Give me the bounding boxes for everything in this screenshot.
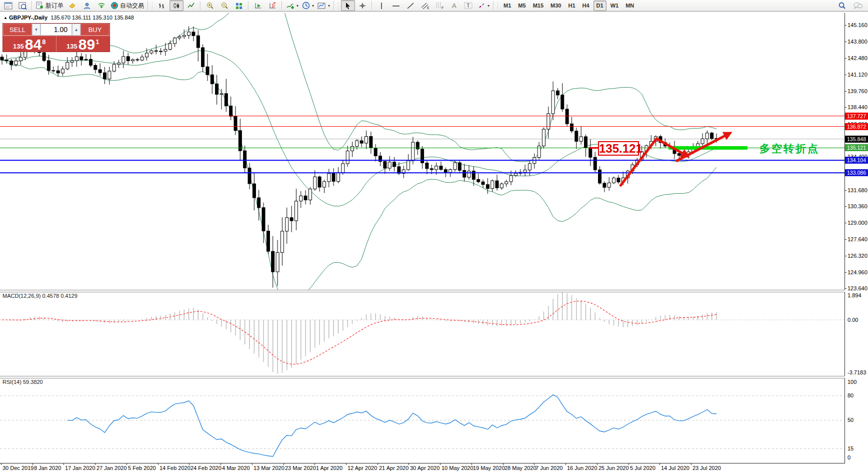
candlestick-chart-type-button[interactable]: [170, 0, 184, 11]
green-highlight-bar[interactable]: [668, 146, 748, 150]
search-icon[interactable]: [835, 0, 849, 11]
timeframe-bar: M1M5M15M30H1H4D1W1MN: [500, 1, 637, 11]
sell-price-pip: 8: [42, 38, 46, 46]
svg-text:F: F: [442, 6, 444, 10]
text-label-tool-button[interactable]: T: [462, 0, 476, 11]
new-order-label: 新订单: [46, 2, 64, 10]
sell-price-big: 84: [25, 38, 42, 52]
history-center-button[interactable]: [66, 0, 80, 11]
drag-handle[interactable]: [338, 2, 340, 10]
macd-histogram: [2, 292, 716, 374]
macd-signal-line: [2, 301, 716, 364]
level-price-flag: 135.121: [845, 144, 868, 151]
buy-price-big: 89: [78, 38, 95, 52]
svg-text:E: E: [427, 6, 430, 10]
sell-price[interactable]: 135 84 8: [3, 36, 56, 52]
chart-shift-button[interactable]: [266, 0, 280, 11]
svg-text:T: T: [466, 3, 470, 9]
line-chart-type-button[interactable]: [184, 0, 198, 11]
templates-button[interactable]: ▾: [316, 0, 332, 11]
candles: [0, 27, 718, 288]
level-price-flag: 136.872: [845, 123, 868, 130]
bar-chart-type-button[interactable]: [155, 0, 169, 11]
level-price-flag: 133.086: [845, 169, 868, 176]
channel-tool-button[interactable]: E: [418, 0, 432, 11]
collapse-triangle-icon[interactable]: ▲: [4, 16, 8, 20]
ohlc-close: 135.848: [114, 15, 134, 21]
chevron-down-icon: ▾: [312, 4, 314, 8]
chevron-down-icon: ▾: [296, 4, 298, 8]
rsi-line: [68, 395, 716, 456]
price-annotation-box[interactable]: 135.121: [598, 141, 639, 156]
label-connector-dash: [589, 147, 598, 149]
timeframe-d1-button[interactable]: D1: [594, 1, 606, 11]
timeframe-w1-button[interactable]: W1: [608, 1, 622, 11]
timeframe-m15-button[interactable]: M15: [530, 1, 546, 11]
horizontal-line-tool-button[interactable]: [389, 0, 403, 11]
mt4-window: 新订单 自动交易 ▾ ▾ ▾ E F A T ▾: [0, 0, 868, 472]
timeframe-mn-button[interactable]: MN: [622, 1, 637, 11]
chart-title: ▲ GBPJPY-,Daily 135.670 136.111 135.310 …: [4, 15, 134, 21]
volume-increase-button[interactable]: ▲: [72, 24, 80, 36]
drag-handle[interactable]: [152, 2, 154, 10]
timeframe-m5-button[interactable]: M5: [515, 1, 528, 11]
buy-price-pip: 1: [96, 38, 99, 46]
chart-profiles-button[interactable]: [16, 0, 30, 11]
timeframe-h1-button[interactable]: H1: [565, 1, 578, 11]
buy-button[interactable]: BUY: [80, 24, 110, 36]
new-chart-button[interactable]: [1, 0, 15, 11]
chart-plot-area[interactable]: [0, 12, 868, 472]
symbol-period-label: GBPJPY-,Daily: [9, 15, 48, 21]
text-tool-button[interactable]: A: [447, 0, 461, 11]
chat-icon[interactable]: [851, 0, 865, 11]
autotrade-label: 自动交易: [120, 2, 144, 10]
chevron-down-icon: ▾: [488, 4, 490, 8]
one-click-trading-panel: SELL ▼ 1.00 ▲ BUY 135 84 8 135 89 1: [2, 23, 110, 52]
current-price-flag: 135.848: [845, 136, 868, 143]
zoom-in-button[interactable]: [203, 0, 217, 11]
svg-text:A: A: [452, 2, 456, 10]
zoom-out-button[interactable]: [218, 0, 232, 11]
volume-input[interactable]: 1.00: [40, 24, 72, 36]
new-order-button[interactable]: 新订单: [34, 0, 65, 11]
timeframe-m1-button[interactable]: M1: [500, 1, 514, 11]
ohlc-low: 135.310: [92, 15, 112, 21]
sell-button[interactable]: SELL: [3, 24, 32, 36]
trendline-tool-button[interactable]: [404, 0, 418, 11]
drag-handle[interactable]: [497, 2, 499, 10]
vertical-line-tool-button[interactable]: [374, 0, 388, 11]
ohlc-open: 135.670: [50, 15, 70, 21]
periods-button[interactable]: ▾: [300, 0, 316, 11]
cursor-tool-button[interactable]: [341, 0, 355, 11]
turning-point-note[interactable]: 多空转折点: [760, 142, 820, 156]
crosshair-tool-button[interactable]: [356, 0, 370, 11]
panel-separator[interactable]: [0, 290, 845, 292]
autotrade-button[interactable]: 自动交易: [109, 0, 146, 11]
rsi-label: RSI(14) 59.3820: [2, 379, 43, 385]
macd-label: MACD(12,26,9) 0.4578 0.4129: [2, 293, 78, 299]
auto-scroll-button[interactable]: [251, 0, 265, 11]
fibonacci-tool-button[interactable]: F: [432, 0, 446, 11]
volume-decrease-button[interactable]: ▼: [32, 24, 40, 36]
buy-price-figure: 135: [66, 43, 78, 50]
chevron-down-icon: ▾: [328, 4, 330, 8]
sell-price-figure: 135: [13, 43, 24, 50]
timeframe-h4-button[interactable]: H4: [580, 1, 592, 11]
panel-separator[interactable]: [0, 376, 845, 378]
timeframe-m30-button[interactable]: M30: [548, 1, 564, 11]
signals-button[interactable]: [94, 0, 108, 11]
tile-windows-button[interactable]: [232, 0, 246, 11]
level-price-flag: 137.727: [845, 113, 868, 120]
buy-price[interactable]: 135 89 1: [56, 36, 110, 52]
level-price-flag: 134.104: [845, 157, 868, 164]
arrows-tool-button[interactable]: ▾: [476, 0, 491, 11]
indicators-button[interactable]: ▾: [284, 0, 300, 11]
ohlc-high: 136.111: [72, 15, 91, 21]
toolbar: 新订单 自动交易 ▾ ▾ ▾ E F A T ▾: [0, 0, 868, 12]
accounts-button[interactable]: [80, 0, 94, 11]
